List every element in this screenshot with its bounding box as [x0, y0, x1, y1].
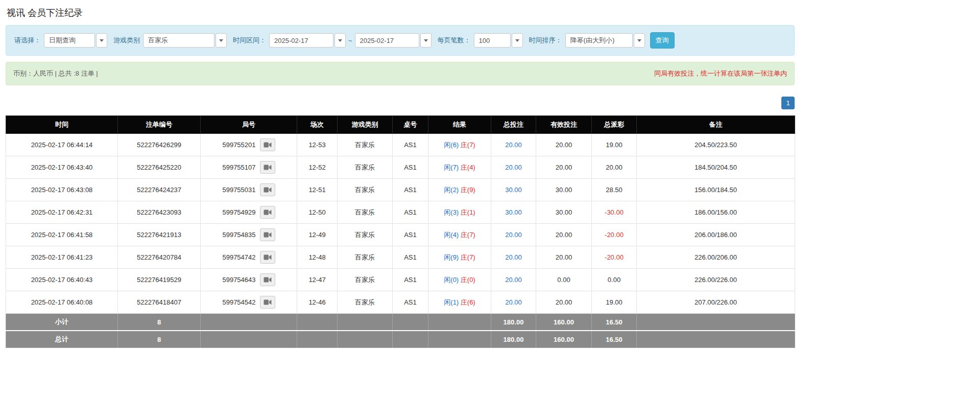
cell-payout: 28.50 [592, 179, 637, 201]
cell-payout: 19.00 [592, 291, 637, 314]
chevron-down-icon[interactable] [334, 33, 346, 48]
cell-valid-bet: 20.00 [536, 224, 592, 246]
cell-valid-bet: 30.00 [536, 179, 592, 201]
table-row: 2025-02-17 06:43:08522276424237599755031… [6, 179, 795, 201]
search-button[interactable]: 查询 [650, 32, 675, 49]
table-footer: 小计8180.00160.0016.50总计8180.00160.0016.50 [6, 314, 795, 348]
cell-round-id: 599754835 [201, 224, 297, 246]
video-replay-button[interactable] [260, 161, 275, 174]
cell-session: 12-51 [297, 179, 338, 201]
result-banker: 庄(1) [461, 208, 475, 216]
footer-payout: 16.50 [592, 314, 637, 331]
date-to-dropdown[interactable]: 2025-02-17 [355, 33, 432, 48]
footer-empty [338, 331, 393, 348]
cell-game-type: 百家乐 [338, 134, 393, 156]
column-header: 总投注 [491, 116, 536, 134]
date-from-dropdown[interactable]: 2025-02-17 [269, 33, 346, 48]
total-bet-link[interactable]: 30.00 [505, 208, 522, 216]
cell-table-no: AS1 [393, 269, 428, 291]
cell-time: 2025-02-17 06:40:43 [6, 269, 118, 291]
video-replay-button[interactable] [260, 228, 275, 241]
table-row: 2025-02-17 06:41:23522276420784599754742… [6, 246, 795, 269]
cell-bet-id: 522276419529 [118, 269, 201, 291]
cell-game-type: 百家乐 [338, 291, 393, 314]
table-row: 2025-02-17 06:40:43522276419529599754643… [6, 269, 795, 291]
summary-bar: 币别：人民币 | 总共 :8 注单 | 同局有效投注，统一计算在该局第一张注单内 [6, 62, 795, 85]
sort-order-dropdown[interactable]: 降幂(由大到小) [565, 33, 645, 48]
video-camera-icon [264, 142, 272, 148]
video-replay-button[interactable] [260, 273, 275, 286]
total-bet-link[interactable]: 20.00 [505, 253, 522, 261]
video-camera-icon [264, 276, 272, 283]
chevron-down-icon[interactable] [216, 33, 227, 48]
cell-result: 闲(7) 庄(4) [428, 156, 491, 179]
cell-valid-bet: 20.00 [536, 291, 592, 314]
cell-table-no: AS1 [393, 246, 428, 269]
cell-session: 12-48 [297, 246, 338, 269]
result-player: 闲(4) [444, 231, 459, 239]
total-bet-link[interactable]: 20.00 [505, 276, 522, 284]
page-size-dropdown[interactable]: 100 [474, 33, 523, 48]
page-size-value: 100 [474, 33, 511, 48]
table-total-row: 总计8180.00160.0016.50 [6, 331, 795, 348]
cell-total-bet: 20.00 [491, 269, 536, 291]
cell-game-type: 百家乐 [338, 156, 393, 179]
cell-remark: 226.00/206.00 [637, 246, 795, 269]
cell-total-bet: 20.00 [491, 224, 536, 246]
cell-total-bet: 20.00 [491, 291, 536, 314]
total-bet-link[interactable]: 20.00 [505, 231, 522, 239]
column-header: 结果 [428, 116, 491, 134]
cell-time: 2025-02-17 06:41:58 [6, 224, 118, 246]
video-replay-button[interactable] [260, 138, 275, 151]
cell-round-id: 599755201 [201, 134, 297, 156]
cell-session: 12-49 [297, 224, 338, 246]
chevron-down-icon[interactable] [634, 33, 645, 48]
cell-time: 2025-02-17 06:43:40 [6, 156, 118, 179]
bet-records-table: 时间注单编号局号场次游戏类别桌号结果总投注有效投注总派彩备注 2025-02-1… [6, 115, 795, 348]
total-bet-link[interactable]: 30.00 [505, 186, 522, 194]
filter-bar: 请选择： 日期查询 游戏类别 百家乐 时间区间： 2025-02-17 ~ 20… [6, 25, 795, 56]
cell-session: 12-53 [297, 134, 338, 156]
cell-game-type: 百家乐 [338, 201, 393, 224]
cell-bet-id: 522276424237 [118, 179, 201, 201]
cell-time: 2025-02-17 06:44:14 [6, 134, 118, 156]
chevron-down-icon[interactable] [512, 33, 523, 48]
payout-value: 0.00 [608, 276, 620, 284]
total-bet-link[interactable]: 20.00 [505, 164, 522, 171]
video-replay-button[interactable] [260, 251, 275, 264]
payout-value: -20.00 [605, 231, 624, 239]
cell-payout: 0.00 [592, 269, 637, 291]
footer-valid-bet: 160.00 [536, 331, 592, 348]
cell-result: 闲(4) 庄(7) [428, 224, 491, 246]
query-type-dropdown[interactable]: 日期查询 [44, 33, 107, 48]
cell-bet-id: 522276425220 [118, 156, 201, 179]
result-player: 闲(0) [444, 276, 459, 284]
chevron-down-icon[interactable] [96, 33, 107, 48]
footer-label: 总计 [6, 331, 118, 348]
table-subtotal-row: 小计8180.00160.0016.50 [6, 314, 795, 331]
chevron-down-icon[interactable] [420, 33, 432, 48]
round-id-text: 599755107 [222, 164, 255, 171]
cell-session: 12-46 [297, 291, 338, 314]
cell-remark: 204.50/223.50 [637, 134, 795, 156]
footer-empty [393, 331, 428, 348]
sort-order-value: 降幂(由大到小) [565, 33, 633, 48]
cell-result: 闲(6) 庄(7) [428, 134, 491, 156]
table-row: 2025-02-17 06:42:31522276423093599754929… [6, 201, 795, 224]
result-player: 闲(2) [444, 186, 459, 194]
video-replay-button[interactable] [260, 206, 275, 219]
cell-payout: 20.00 [592, 156, 637, 179]
game-type-dropdown[interactable]: 百家乐 [143, 33, 227, 48]
cell-total-bet: 30.00 [491, 179, 536, 201]
video-replay-button[interactable] [260, 296, 275, 309]
video-replay-button[interactable] [260, 183, 275, 196]
pagination-page-1[interactable]: 1 [781, 97, 795, 109]
cell-total-bet: 20.00 [491, 134, 536, 156]
time-range-label: 时间区间： [233, 36, 266, 45]
footer-empty [338, 314, 393, 331]
cell-bet-id: 522276418407 [118, 291, 201, 314]
round-id-text: 599754929 [222, 208, 255, 216]
total-bet-link[interactable]: 20.00 [505, 141, 522, 149]
total-bet-link[interactable]: 20.00 [505, 298, 522, 306]
cell-remark: 184.50/204.50 [637, 156, 795, 179]
